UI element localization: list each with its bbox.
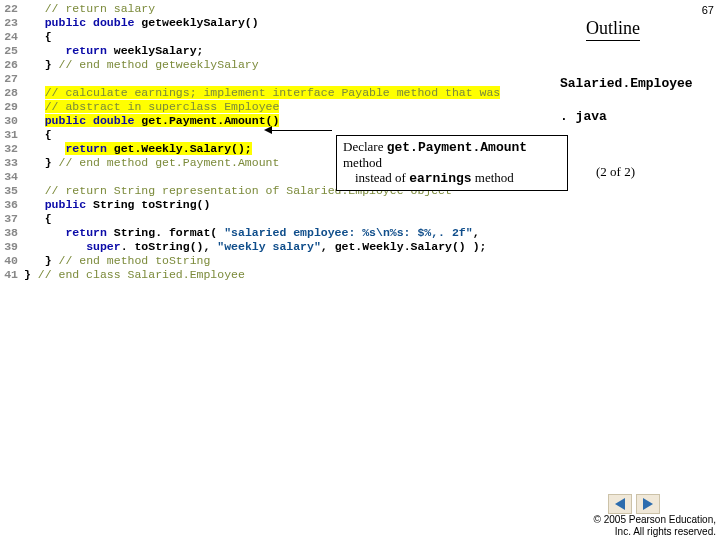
class-name: Salaried.Employee: [560, 76, 715, 91]
code-line: 24 {: [0, 30, 560, 44]
code-content: } // end method get.Payment.Amount: [24, 156, 279, 170]
code-line: 36 public String toString(): [0, 198, 560, 212]
callout-box: Declare get.Payment.Amount method instea…: [336, 135, 568, 191]
line-number: 24: [0, 30, 24, 44]
line-number: 37: [0, 212, 24, 226]
line-number: 28: [0, 86, 24, 100]
code-content: return get.Weekly.Salary();: [24, 142, 252, 156]
line-number: 35: [0, 184, 24, 198]
line-number: 30: [0, 114, 24, 128]
code-line: 25 return weeklySalary;: [0, 44, 560, 58]
line-number: 40: [0, 254, 24, 268]
line-number: 36: [0, 198, 24, 212]
next-button[interactable]: [636, 494, 660, 514]
file-extension: . java: [560, 109, 715, 124]
code-line: 40 } // end method toString: [0, 254, 560, 268]
nav-buttons: [608, 494, 660, 514]
code-content: {: [24, 212, 52, 226]
callout-line-2: instead of earnings method: [343, 170, 561, 186]
triangle-left-icon: [615, 498, 625, 510]
code-line: 28 // calculate earnings; implement inte…: [0, 86, 560, 100]
code-line: 39 super. toString(), "weekly salary", g…: [0, 240, 560, 254]
line-number: 34: [0, 170, 24, 184]
line-number: 33: [0, 156, 24, 170]
code-content: // abstract in superclass Employee: [24, 100, 279, 114]
code-line: 41} // end class Salaried.Employee: [0, 268, 560, 282]
outline-heading: Outline: [586, 18, 640, 41]
code-line: 27: [0, 72, 560, 86]
code-content: public double get.Payment.Amount(): [24, 114, 279, 128]
code-content: // return salary: [24, 2, 155, 16]
callout-arrow-line: [270, 130, 332, 131]
code-line: 22 // return salary: [0, 2, 560, 16]
code-content: } // end method getweeklySalary: [24, 58, 259, 72]
code-content: {: [24, 128, 52, 142]
code-line: 30 public double get.Payment.Amount(): [0, 114, 560, 128]
line-number: 26: [0, 58, 24, 72]
code-content: return String. format( "salaried employe…: [24, 226, 480, 240]
callout-arrow-head: [264, 126, 272, 134]
prev-button[interactable]: [608, 494, 632, 514]
code-line: 37 {: [0, 212, 560, 226]
code-content: public String toString(): [24, 198, 210, 212]
code-line: 29 // abstract in superclass Employee: [0, 100, 560, 114]
line-number: 22: [0, 2, 24, 16]
page-number: 67: [702, 4, 714, 16]
line-number: 27: [0, 72, 24, 86]
line-number: 32: [0, 142, 24, 156]
copyright: © 2005 Pearson Education, Inc. All right…: [594, 514, 716, 538]
code-line: 26 } // end method getweeklySalary: [0, 58, 560, 72]
code-content: } // end method toString: [24, 254, 210, 268]
line-number: 38: [0, 226, 24, 240]
triangle-right-icon: [643, 498, 653, 510]
code-content: super. toString(), "weekly salary", get.…: [24, 240, 486, 254]
line-number: 41: [0, 268, 24, 282]
line-number: 29: [0, 100, 24, 114]
line-number: 25: [0, 44, 24, 58]
code-content: {: [24, 30, 52, 44]
code-content: } // end class Salaried.Employee: [24, 268, 245, 282]
line-number: 23: [0, 16, 24, 30]
code-line: 38 return String. format( "salaried empl…: [0, 226, 560, 240]
callout-line-1: Declare get.Payment.Amount method: [343, 139, 561, 170]
right-panel: Salaried.Employee . java (2 of 2): [560, 76, 715, 180]
line-number: 39: [0, 240, 24, 254]
line-number: 31: [0, 128, 24, 142]
code-line: 23 public double getweeklySalary(): [0, 16, 560, 30]
code-content: public double getweeklySalary(): [24, 16, 259, 30]
code-content: // calculate earnings; implement interfa…: [24, 86, 500, 100]
code-content: return weeklySalary;: [24, 44, 203, 58]
page-of: (2 of 2): [596, 164, 715, 180]
